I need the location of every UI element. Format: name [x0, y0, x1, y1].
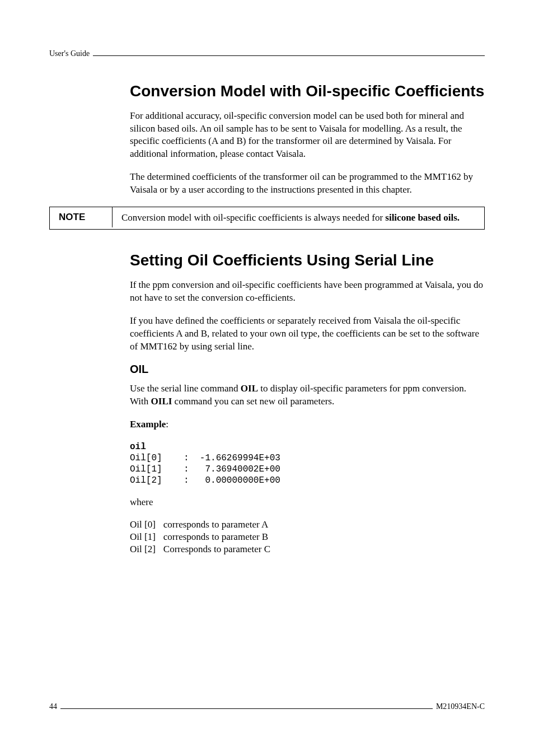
- def-val: Corresponds to parameter C: [163, 544, 278, 556]
- note-label: NOTE: [50, 207, 113, 227]
- note-text: Conversion model with oil-specific coeff…: [113, 207, 469, 229]
- def-key: Oil [0]: [130, 519, 163, 531]
- oil-definitions-table: Oil [0] corresponds to parameter A Oil […: [130, 519, 278, 556]
- table-row: Oil [0] corresponds to parameter A: [130, 519, 278, 531]
- def-val: corresponds to parameter B: [163, 531, 278, 544]
- footer-rule: [60, 708, 433, 709]
- def-key: Oil [2]: [130, 544, 163, 556]
- running-header: User's Guide: [49, 49, 485, 58]
- oil-desc-post: command you can set new oil parameters.: [172, 396, 334, 407]
- def-key: Oil [1]: [130, 531, 163, 544]
- section2-paragraph-2: If you have defined the coefficients or …: [130, 315, 485, 353]
- doc-id: M210934EN-C: [436, 702, 485, 711]
- table-row: Oil [1] corresponds to parameter B: [130, 531, 278, 544]
- oil-cmd-2: OILI: [151, 396, 172, 407]
- page: User's Guide Conversion Model with Oil-s…: [0, 0, 534, 756]
- oil-code-lines: Oil[0] : -1.66269994E+03 Oil[1] : 7.3694…: [130, 453, 280, 486]
- section-setting-oil-coefficients: Setting Oil Coefficients Using Serial Li…: [130, 251, 485, 556]
- table-row: Oil [2] Corresponds to parameter C: [130, 544, 278, 556]
- section1-paragraph-1: For additional accuracy, oil-specific co…: [130, 110, 485, 161]
- where-label: where: [130, 496, 485, 509]
- oil-cmd-1: OIL: [241, 383, 258, 394]
- oil-code-block: oil Oil[0] : -1.66269994E+03 Oil[1] : 7.…: [130, 441, 485, 486]
- header-guide-label: User's Guide: [49, 49, 90, 58]
- oil-description: Use the serial line command OIL to displ…: [130, 382, 485, 408]
- def-val: corresponds to parameter A: [163, 519, 278, 531]
- oil-subheading: OIL: [130, 363, 485, 376]
- header-rule: [93, 55, 485, 56]
- page-number: 44: [49, 702, 57, 711]
- section2-title: Setting Oil Coefficients Using Serial Li…: [130, 251, 485, 270]
- note-text-prefix: Conversion model with oil-specific coeff…: [121, 212, 385, 223]
- note-text-bold: silicone based oils.: [385, 212, 460, 223]
- oil-desc-pre: Use the serial line command: [130, 383, 241, 394]
- oil-code-cmd: oil: [130, 442, 146, 452]
- section1-paragraph-2: The determined coefficients of the trans…: [130, 171, 485, 197]
- example-colon: :: [166, 419, 168, 430]
- example-label-text: Example: [130, 419, 166, 430]
- example-label: Example:: [130, 418, 485, 431]
- running-footer: 44 M210934EN-C: [49, 702, 485, 711]
- note-box: NOTE Conversion model with oil-specific …: [49, 207, 485, 230]
- section2-paragraph-1: If the ppm conversion and oil-specific c…: [130, 279, 485, 305]
- section-conversion-model: Conversion Model with Oil-specific Coeff…: [130, 82, 485, 197]
- section1-title: Conversion Model with Oil-specific Coeff…: [130, 82, 485, 101]
